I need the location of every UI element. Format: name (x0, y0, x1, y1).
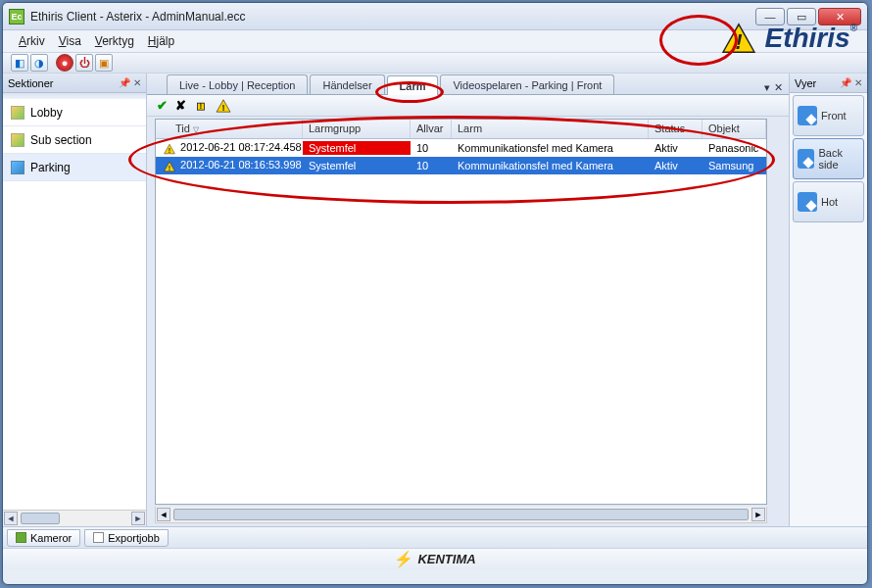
window-title: Ethiris Client - Asterix - AdminManual.e… (30, 10, 755, 24)
cell-tid: 2012-06-21 08:16:53.998 (180, 159, 302, 171)
section-label: Parking (30, 161, 71, 174)
menu-hjalp[interactable]: Hjälp (148, 34, 174, 48)
cell-allvar: 10 (411, 159, 452, 172)
svg-text:!: ! (169, 145, 170, 154)
cell-allvar: 10 (411, 141, 452, 155)
toolbar-btn-1[interactable]: ◧ (11, 54, 28, 72)
view-icon (798, 192, 817, 212)
view-label: Back side (818, 147, 859, 171)
views-panel: Vyer 📌 ✕ Front Back side Hot (789, 74, 867, 526)
section-icon (11, 133, 24, 147)
cell-status: Aktiv (649, 159, 702, 172)
warning-icon[interactable]: ! (194, 99, 208, 113)
sections-panel-header: Sektioner 📌 ✕ (3, 74, 146, 93)
warning-icon: ! (721, 23, 756, 54)
main-area: Live - Lobby | Reception Händelser Larm … (147, 74, 789, 526)
tab-larm[interactable]: Larm (387, 75, 439, 95)
section-item-subsection[interactable]: Sub section (3, 126, 146, 154)
col-larmgrupp[interactable]: Larmgrupp (303, 120, 411, 138)
scroll-thumb[interactable] (21, 513, 60, 524)
record-button[interactable]: ● (56, 54, 73, 72)
col-tid[interactable]: Tid▽ (156, 120, 303, 138)
scroll-left-icon[interactable]: ◄ (4, 512, 18, 525)
row-warning-icon: ! (164, 143, 175, 155)
row-warning-icon: ! (164, 161, 175, 172)
grid-header-row: Tid▽ Larmgrupp Allvar Larm Status Objekt (156, 120, 766, 139)
document-tab-bar: Live - Lobby | Reception Händelser Larm … (147, 74, 789, 95)
bolt-icon: ⚡ (394, 550, 413, 568)
tab-videospelaren[interactable]: Videospelaren - Parking | Front (440, 74, 614, 94)
tab-handelser[interactable]: Händelser (310, 74, 384, 94)
bottom-tab-kameror[interactable]: Kameror (7, 529, 80, 547)
alarm-row[interactable]: ! 2012-06-21 08:17:24.458 Systemfel 10 K… (156, 139, 766, 157)
panel-close-icon[interactable]: ✕ (133, 77, 141, 88)
sections-panel: Sektioner 📌 ✕ Lobby Sub section Parking (3, 74, 147, 526)
bottom-tab-bar: Kameror Exportjobb (3, 526, 867, 548)
svg-text:!: ! (736, 30, 743, 54)
tab-dropdown-icon[interactable]: ▾ (764, 81, 770, 94)
section-label: Sub section (30, 133, 92, 147)
cell-objekt: Panasonic (702, 141, 766, 155)
warning-triangle-boxed-icon[interactable]: ! (216, 99, 231, 113)
ack-button[interactable]: ✔ (157, 98, 168, 113)
main-horizontal-scrollbar[interactable]: ◄ ► (155, 507, 767, 523)
svg-text:!: ! (200, 101, 203, 111)
toolbar-btn-2[interactable]: ◑ (30, 54, 48, 72)
section-label: Lobby (30, 106, 63, 120)
view-button-front[interactable]: Front (793, 95, 864, 136)
scroll-right-icon[interactable]: ► (751, 508, 765, 521)
toolbar: ◧ ◑ ● ⏻ ▣ (3, 52, 867, 74)
menu-arkiv[interactable]: Arkiv (19, 34, 45, 48)
pin-icon[interactable]: 📌 (840, 77, 851, 88)
views-panel-header: Vyer 📌 ✕ (790, 74, 867, 93)
tab-close-icon[interactable]: ✕ (774, 81, 783, 94)
section-icon (11, 161, 24, 174)
scroll-right-icon[interactable]: ► (131, 512, 145, 525)
export-icon (93, 532, 104, 543)
col-status[interactable]: Status (649, 120, 702, 138)
col-allvar[interactable]: Allvar (411, 120, 452, 138)
scroll-thumb[interactable] (173, 509, 749, 520)
power-button[interactable]: ⏻ (75, 54, 93, 72)
cell-status: Aktiv (649, 141, 702, 155)
cell-objekt: Samsung (702, 159, 766, 172)
cell-tid: 2012-06-21 08:17:24.458 (180, 141, 302, 153)
view-button-hot[interactable]: Hot (793, 181, 864, 222)
toolbar-btn-5[interactable]: ▣ (95, 54, 113, 72)
col-objekt[interactable]: Objekt (702, 120, 766, 138)
camera-icon (16, 532, 26, 543)
alarm-grid: Tid▽ Larmgrupp Allvar Larm Status Objekt… (155, 119, 767, 505)
pin-icon[interactable]: 📌 (119, 77, 130, 88)
tab-live-lobby[interactable]: Live - Lobby | Reception (167, 74, 308, 94)
menu-visa[interactable]: Visa (59, 34, 81, 48)
bottom-tab-exportjobb[interactable]: Exportjobb (84, 529, 169, 547)
section-item-parking[interactable]: Parking (3, 154, 146, 181)
brand-logo: ! Ethiris® (721, 23, 857, 54)
footer: ⚡ KENTIMA (3, 548, 867, 569)
cell-larmgrupp: Systemfel (303, 141, 411, 155)
cell-larmgrupp: Systemfel (303, 159, 411, 172)
views-panel-title: Vyer (795, 77, 816, 89)
view-button-back-side[interactable]: Back side (793, 138, 864, 179)
scroll-left-icon[interactable]: ◄ (157, 508, 170, 521)
alarm-toolbar: ✔ ✘ ! ! (147, 95, 789, 117)
app-icon: Ec (9, 9, 24, 24)
brand-text: Ethiris® (764, 23, 857, 54)
bottom-tab-label: Exportjobb (108, 532, 160, 544)
sections-panel-title: Sektioner (8, 77, 53, 89)
left-horizontal-scrollbar[interactable]: ◄ ► (3, 510, 146, 526)
footer-brand: KENTIMA (417, 552, 475, 566)
alarm-row[interactable]: ! 2012-06-21 08:16:53.998 Systemfel 10 K… (156, 157, 766, 174)
view-label: Hot (821, 196, 838, 208)
section-icon (11, 106, 24, 120)
svg-text:!: ! (169, 163, 170, 172)
menu-verktyg[interactable]: Verktyg (95, 34, 134, 48)
view-icon (798, 106, 817, 125)
cell-larm: Kommunikationsfel med Kamera (452, 159, 649, 172)
section-item-lobby[interactable]: Lobby (3, 99, 146, 126)
col-larm[interactable]: Larm (452, 120, 649, 138)
cancel-button[interactable]: ✘ (175, 98, 186, 113)
view-label: Front (821, 110, 847, 122)
svg-text:!: ! (221, 102, 224, 112)
panel-close-icon[interactable]: ✕ (854, 77, 862, 88)
